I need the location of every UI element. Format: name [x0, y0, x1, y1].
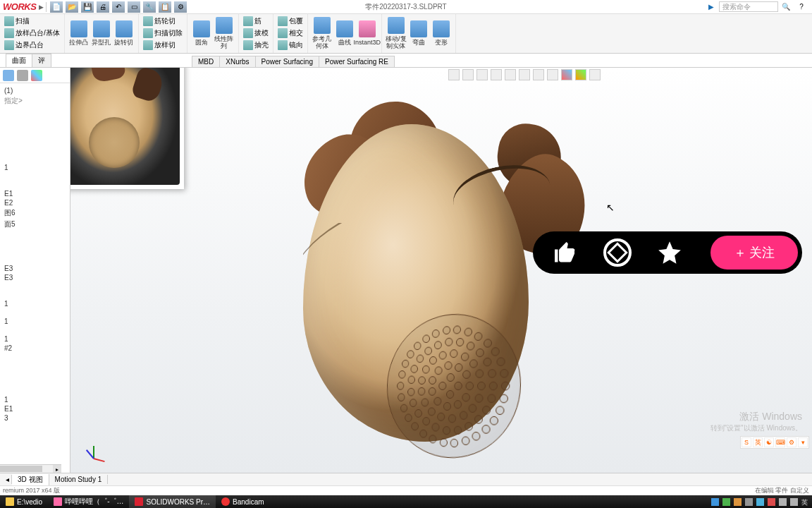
rotate-icon[interactable]: [476, 69, 488, 80]
ribbon-flex[interactable]: 弯曲: [407, 16, 430, 51]
tray-lang: 英: [801, 498, 808, 506]
tray-icon: [711, 498, 719, 506]
system-tray[interactable]: 英: [711, 498, 812, 506]
tree-item: 3: [1, 413, 68, 423]
ribbon-revolve-cut[interactable]: 旋转切: [113, 16, 135, 51]
ribbon-intersect[interactable]: 相交: [276, 28, 304, 39]
section-icon[interactable]: [491, 69, 502, 80]
tab-xnurbs[interactable]: XNurbs: [219, 56, 255, 67]
tree-item: #2: [1, 344, 68, 353]
render-icon[interactable]: [575, 69, 586, 80]
zoom-area-icon[interactable]: [462, 69, 474, 80]
ribbon-boundary[interactable]: 边界凸台: [3, 40, 61, 51]
settings-dropdown-icon[interactable]: ⚙: [174, 1, 187, 13]
ribbon-draft[interactable]: 拔模: [242, 28, 270, 39]
taskbar-explorer[interactable]: E:\vedio: [0, 495, 48, 508]
tree-item: 1: [1, 299, 68, 308]
ribbon-extrude-cut[interactable]: 拉伸凸: [68, 16, 90, 51]
tray-icon: [722, 498, 730, 506]
tree-item: E2: [1, 198, 68, 207]
tree-tab-display-icon[interactable]: [31, 70, 42, 81]
ribbon-mirror[interactable]: 镜向: [276, 40, 304, 51]
tree-hscroll[interactable]: ▸: [0, 464, 61, 473]
follow-button[interactable]: ＋关注: [710, 236, 798, 270]
reference-image: [70, 68, 184, 189]
feature-tree[interactable]: (1) 指定> 1 E1 E2 图6 面5 E3 E3 1 1 1 #2 1 E…: [0, 83, 70, 425]
tab-eval[interactable]: 评: [32, 54, 51, 67]
tab-powersurf-re[interactable]: Power Surfacing RE: [319, 56, 395, 67]
tree-item: 1: [1, 395, 68, 404]
ribbon-ref-geom[interactable]: 参考几何体: [311, 16, 333, 51]
title-bar: WORKS ▶ 📄 📂 💾 🖨 ↶ ▭ 🔧 📋 ⚙ 零件20220317-3.S…: [0, 0, 812, 14]
scene-icon[interactable]: [519, 69, 530, 80]
ribbon-hole[interactable]: 异型孔: [90, 16, 113, 51]
save-dropdown-icon[interactable]: 💾: [81, 1, 94, 13]
status-edit-mode: 在编辑 零件 自定义: [755, 486, 809, 495]
ime-toolbar[interactable]: S 英 ☯ ⌨ ⚙ ▾: [740, 436, 809, 449]
search-input[interactable]: 搜索命令: [719, 1, 778, 12]
display-style-icon[interactable]: [505, 69, 516, 80]
tray-icon: [768, 498, 775, 506]
app-logo: WORKS: [0, 1, 39, 12]
favorite-button[interactable]: [653, 236, 687, 270]
options-icon[interactable]: 📋: [159, 1, 171, 13]
appearance-icon[interactable]: [561, 69, 572, 80]
tab-powersurf[interactable]: Power Surfacing: [255, 56, 319, 67]
taskbar-bandicam[interactable]: Bandicam: [216, 495, 269, 508]
tree-item: E1: [1, 404, 68, 413]
screen-icon[interactable]: [589, 69, 601, 80]
open-dropdown-icon[interactable]: 📂: [66, 1, 78, 13]
ribbon-instant3d[interactable]: Instant3D: [356, 16, 379, 51]
print-dropdown-icon[interactable]: 🖨: [97, 1, 109, 13]
coin-button[interactable]: [601, 236, 634, 270]
ribbon-rib-cut[interactable]: 筋轮切: [142, 16, 184, 27]
tab-collapse[interactable]: ◂: [0, 475, 12, 484]
feature-tree-panel: (1) 指定> 1 E1 E2 图6 面5 E3 E3 1 1 1 #2 1 E…: [0, 68, 70, 473]
rebuild-icon[interactable]: 🔧: [143, 1, 156, 13]
ribbon-linear-pattern[interactable]: 线性阵列: [213, 16, 235, 51]
status-bar: remium 2017 x64 版 在编辑 零件 自定义: [0, 485, 812, 495]
tab-surface[interactable]: 曲面: [6, 54, 32, 67]
taskbar-solidworks[interactable]: SOLIDWORKS Pr…: [129, 495, 216, 508]
ime-opt-icon: ⌨: [775, 437, 785, 447]
hide-show-icon[interactable]: [547, 69, 558, 80]
zoom-fit-icon[interactable]: [448, 69, 460, 80]
tray-volume-icon: [790, 498, 798, 506]
tree-tab-feature-icon[interactable]: [3, 70, 14, 81]
tab-motion1[interactable]: Motion Study 1: [49, 475, 109, 484]
tree-tab-config-icon[interactable]: [17, 70, 28, 81]
help-icon[interactable]: ?: [795, 1, 808, 13]
ribbon-loft-cut[interactable]: 放样切: [142, 40, 184, 51]
ribbon-sweep-cut[interactable]: 扫描切除: [142, 28, 184, 39]
document-title: 零件20220317-3.SLDPRT: [365, 2, 446, 12]
ribbon-rib[interactable]: 筋: [242, 16, 270, 27]
tree-item: 图6: [1, 207, 68, 219]
select-dropdown-icon[interactable]: ▭: [128, 1, 140, 13]
ribbon-loft[interactable]: 放样凸台/基体: [3, 28, 61, 39]
ime-opt-icon: ☯: [764, 437, 774, 447]
ribbon-fillet[interactable]: 圆角: [190, 16, 213, 51]
play-icon[interactable]: ▶: [705, 1, 718, 13]
ime-opt-icon: ▾: [798, 437, 808, 447]
like-button[interactable]: [548, 236, 582, 270]
tray-icon: [734, 498, 742, 506]
tree-item: 面5: [1, 219, 68, 230]
ime-lang: 英: [753, 437, 763, 447]
ribbon-deform[interactable]: 变形: [430, 16, 453, 51]
tab-mbd[interactable]: MBD: [192, 56, 220, 67]
new-icon[interactable]: 📄: [50, 1, 63, 13]
orientation-triad[interactable]: [83, 437, 111, 466]
ribbon-wrap[interactable]: 包覆: [276, 16, 304, 27]
ribbon-sweep[interactable]: 扫描: [3, 16, 61, 27]
ribbon-move-copy[interactable]: 移动/复制实体: [385, 16, 407, 51]
windows-taskbar: E:\vedio 哔哩哔哩（゜-゜… SOLIDWORKS Pr… Bandic…: [0, 495, 812, 508]
search-dropdown-icon[interactable]: 🔍: [780, 1, 792, 13]
tab-3dview[interactable]: 3D 视图: [12, 474, 49, 485]
ribbon-curves[interactable]: 曲线: [333, 16, 356, 51]
windows-activation-watermark: 激活 Windows 转到"设置"以激活 Windows。: [710, 411, 802, 433]
undo-dropdown-icon[interactable]: ↶: [112, 1, 125, 13]
view-orient-icon[interactable]: [533, 69, 544, 80]
taskbar-bilibili[interactable]: 哔哩哔哩（゜-゜…: [48, 495, 129, 508]
tree-item: E3: [1, 273, 68, 282]
ribbon-shell[interactable]: 抽壳: [242, 40, 270, 51]
